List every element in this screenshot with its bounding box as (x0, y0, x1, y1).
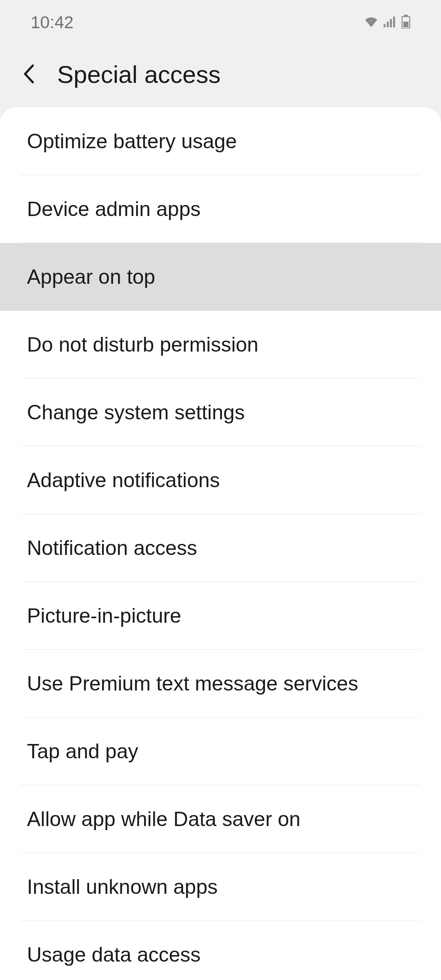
list-item-label: Appear on top (27, 265, 155, 288)
status-time: 10:42 (31, 13, 74, 32)
list-item-label: Tap and pay (27, 740, 138, 763)
list-item[interactable]: Device admin apps (0, 175, 441, 243)
list-item[interactable]: Appear on top (0, 243, 441, 311)
list-item-label: Allow app while Data saver on (27, 808, 301, 831)
list-item-label: Usage data access (27, 943, 200, 966)
page-title: Special access (57, 60, 220, 89)
header: Special access (0, 45, 441, 104)
list-item[interactable]: Optimize battery usage (0, 107, 441, 175)
list-item[interactable]: Use Premium text message services (0, 650, 441, 717)
svg-rect-3 (393, 17, 395, 27)
list-item-label: Install unknown apps (27, 875, 218, 898)
settings-list: Optimize battery usageDevice admin appsA… (0, 107, 441, 980)
list-item-label: Notification access (27, 537, 197, 559)
list-item-label: Picture-in-picture (27, 604, 181, 627)
list-item[interactable]: Adaptive notifications (0, 446, 441, 514)
list-item[interactable]: Tap and pay (0, 717, 441, 785)
list-item[interactable]: Usage data access (0, 921, 441, 980)
list-item-label: Use Premium text message services (27, 672, 358, 695)
battery-icon (401, 15, 410, 30)
svg-rect-6 (403, 22, 408, 27)
chevron-left-icon (23, 64, 34, 85)
list-item-label: Optimize battery usage (27, 130, 237, 153)
list-item[interactable]: Allow app while Data saver on (0, 785, 441, 853)
svg-rect-1 (387, 22, 389, 27)
status-icons (364, 15, 410, 30)
list-item-label: Change system settings (27, 401, 245, 424)
list-item-label: Adaptive notifications (27, 469, 220, 492)
list-item[interactable]: Picture-in-picture (0, 582, 441, 650)
list-item[interactable]: Notification access (0, 514, 441, 582)
list-item[interactable]: Change system settings (0, 379, 441, 446)
status-bar: 10:42 (0, 0, 441, 45)
list-item[interactable]: Do not disturb permission (0, 311, 441, 379)
svg-rect-0 (383, 24, 385, 27)
list-item[interactable]: Install unknown apps (0, 853, 441, 921)
list-item-label: Device admin apps (27, 198, 200, 220)
signal-icon (383, 16, 396, 29)
back-button[interactable] (20, 62, 37, 87)
wifi-icon (364, 16, 379, 29)
svg-rect-2 (390, 19, 392, 27)
list-item-label: Do not disturb permission (27, 333, 258, 356)
